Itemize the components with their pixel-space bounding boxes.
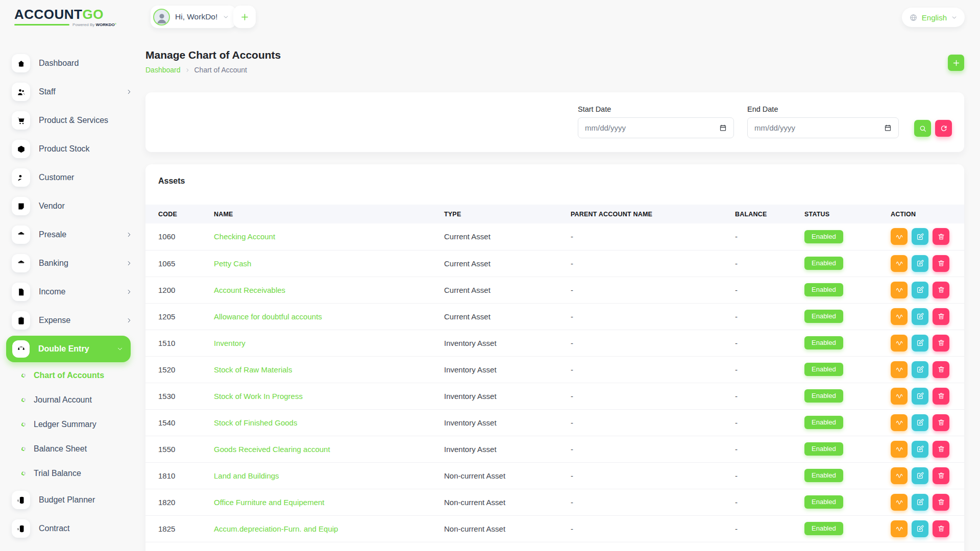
account-type: Non-current Asset <box>432 462 558 489</box>
sidebar-item-product-services[interactable]: Product & Services <box>0 106 145 135</box>
delete-button[interactable] <box>933 255 949 272</box>
bullet-icon <box>21 397 26 403</box>
sidebar-item-banking[interactable]: Banking <box>0 249 145 278</box>
transactions-button[interactable] <box>891 361 908 378</box>
delete-button[interactable] <box>933 282 949 298</box>
sidebar-item-label: Budget Planner <box>39 495 95 505</box>
row-actions <box>891 228 964 245</box>
edit-button[interactable] <box>912 494 928 511</box>
sidebar-item-double-entry[interactable]: Double Entry <box>6 336 131 362</box>
refresh-icon <box>940 124 948 133</box>
sidebar-subitem-trial-balance[interactable]: Trial Balance <box>0 461 145 486</box>
reset-filter-button[interactable] <box>935 120 952 137</box>
edit-icon <box>916 524 924 533</box>
trash-icon <box>937 445 945 453</box>
chevron-down-icon <box>223 14 229 20</box>
account-name-link[interactable]: Petty Cash <box>214 259 251 268</box>
sidebar-item-customer[interactable]: Customer <box>0 163 145 192</box>
start-date-input[interactable]: mm/dd/yyyy <box>578 117 734 138</box>
transactions-button[interactable] <box>891 494 908 511</box>
sidebar-subitem-balance-sheet[interactable]: Balance Sheet <box>0 437 145 461</box>
home-icon <box>12 54 30 72</box>
delete-button[interactable] <box>933 441 949 458</box>
calendar-icon[interactable] <box>884 124 892 132</box>
sidebar-item-contract[interactable]: Contract <box>0 514 145 543</box>
user-menu[interactable]: Hi, WorkDo! <box>151 6 236 28</box>
transactions-button[interactable] <box>891 388 908 405</box>
transactions-button[interactable] <box>891 335 908 352</box>
transactions-button[interactable] <box>891 414 908 431</box>
account-name-link[interactable]: Checking Account <box>214 232 275 241</box>
sidebar-item-budget-planner[interactable]: Budget Planner <box>0 486 145 514</box>
sidebar-subitem-journal-account[interactable]: Journal Account <box>0 388 145 412</box>
sidebar-item-presale[interactable]: Presale <box>0 220 145 249</box>
account-name-link[interactable]: Stock of Work In Progress <box>214 392 303 400</box>
account-name-link[interactable]: Inventory <box>214 339 246 347</box>
sidebar-item-expense[interactable]: Expense <box>0 306 145 335</box>
language-selector[interactable]: English <box>902 8 965 27</box>
edit-button[interactable] <box>912 388 928 405</box>
account-type: Inventory Asset <box>432 409 558 436</box>
brand-name: ACCOUNTGO <box>14 7 116 22</box>
account-code: 1510 <box>145 330 202 356</box>
language-label: English <box>922 13 947 22</box>
transactions-button[interactable] <box>891 520 908 537</box>
accounts-card: Assets CODENAMETYPEPARENT ACCOUNT NAMEBA… <box>145 164 964 551</box>
edit-button[interactable] <box>912 335 928 352</box>
create-account-button[interactable] <box>948 55 964 71</box>
sidebar-subitem-chart-of-accounts[interactable]: Chart of Accounts <box>0 363 145 388</box>
edit-button[interactable] <box>912 467 928 484</box>
account-name-link[interactable]: Goods Received Clearing account <box>214 445 330 454</box>
account-name-link[interactable]: Stock of Raw Materials <box>214 365 292 374</box>
main-content: Manage Chart of Accounts Dashboard Chart… <box>145 36 980 551</box>
edit-button[interactable] <box>912 441 928 458</box>
account-name-link[interactable]: Land and Buildings <box>214 471 279 480</box>
edit-button[interactable] <box>912 414 928 431</box>
transactions-button[interactable] <box>891 467 908 484</box>
table-row: 1205Allowance for doubtful accountsCurre… <box>145 303 964 330</box>
edit-button[interactable] <box>912 255 928 272</box>
edit-button[interactable] <box>912 361 928 378</box>
sidebar-item-staff[interactable]: Staff <box>0 78 145 106</box>
transactions-button[interactable] <box>891 228 908 245</box>
edit-button[interactable] <box>912 282 928 298</box>
delete-button[interactable] <box>933 494 949 511</box>
transactions-button[interactable] <box>891 308 908 325</box>
account-name-link[interactable]: Accum.depreciation-Furn. and Equip <box>214 524 338 533</box>
sidebar-item-income[interactable]: Income <box>0 278 145 306</box>
account-name-link[interactable]: Allowance for doubtful accounts <box>214 312 322 321</box>
delete-button[interactable] <box>933 335 949 352</box>
table-row: 1550Goods Received Clearing accountInven… <box>145 436 964 462</box>
sidebar-item-label: Income <box>39 287 65 296</box>
sidebar-item-vendor[interactable]: Vendor <box>0 192 145 220</box>
activity-icon <box>895 233 903 241</box>
account-name-link[interactable]: Office Furniture and Equipement <box>214 498 325 507</box>
sidebar-item-dashboard[interactable]: Dashboard <box>0 49 145 78</box>
account-name-link[interactable]: Account Receivables <box>214 286 285 294</box>
breadcrumb-dashboard-link[interactable]: Dashboard <box>145 66 181 74</box>
apply-filter-button[interactable] <box>914 120 931 137</box>
account-name-link[interactable]: Stock of Finished Goods <box>214 418 297 427</box>
delete-button[interactable] <box>933 388 949 405</box>
end-date-input[interactable]: mm/dd/yyyy <box>747 117 899 138</box>
edit-button[interactable] <box>912 520 928 537</box>
transactions-button[interactable] <box>891 282 908 298</box>
quick-add-button[interactable] <box>233 6 256 28</box>
row-actions <box>891 255 964 272</box>
sidebar-item-product-stock[interactable]: Product Stock <box>0 135 145 163</box>
delete-button[interactable] <box>933 361 949 378</box>
sidebar-subitem-ledger-summary[interactable]: Ledger Summary <box>0 412 145 437</box>
account-code: 1820 <box>145 489 202 515</box>
delete-button[interactable] <box>933 308 949 325</box>
delete-button[interactable] <box>933 228 949 245</box>
edit-button[interactable] <box>912 228 928 245</box>
calendar-icon[interactable] <box>719 124 727 132</box>
table-row: 1060Checking AccountCurrent Asset--Enabl… <box>145 223 964 250</box>
delete-button[interactable] <box>933 414 949 431</box>
edit-icon <box>916 312 924 320</box>
transactions-button[interactable] <box>891 255 908 272</box>
delete-button[interactable] <box>933 520 949 537</box>
transactions-button[interactable] <box>891 441 908 458</box>
edit-button[interactable] <box>912 308 928 325</box>
delete-button[interactable] <box>933 467 949 484</box>
